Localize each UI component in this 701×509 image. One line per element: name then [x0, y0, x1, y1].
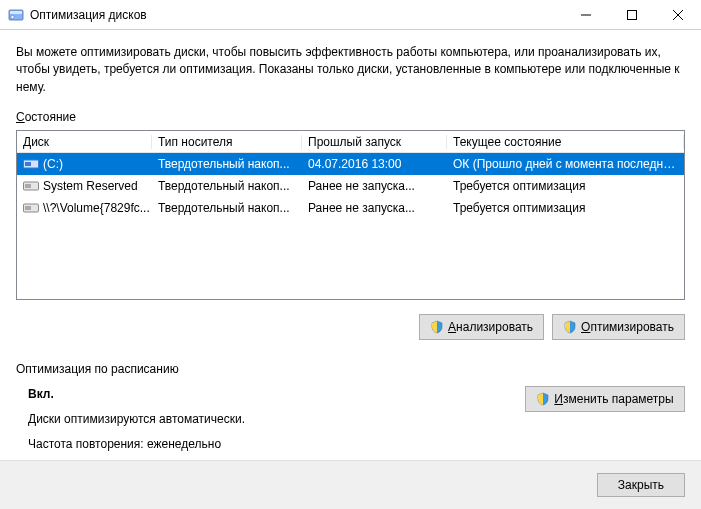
- shield-icon: [430, 320, 444, 334]
- drive-icon: [23, 158, 39, 170]
- col-disk-header[interactable]: Диск: [17, 135, 152, 149]
- drive-last-run: 04.07.2016 13:00: [302, 157, 447, 171]
- optimize-button[interactable]: Оптимизировать: [552, 314, 685, 340]
- drive-media: Твердотельный накоп...: [152, 157, 302, 171]
- col-status-header[interactable]: Текущее состояние: [447, 135, 684, 149]
- drive-name: (C:): [43, 157, 63, 171]
- drive-media: Твердотельный накоп...: [152, 201, 302, 215]
- close-window-button[interactable]: [655, 0, 701, 30]
- schedule-freq-text: Частота повторения: еженедельно: [28, 436, 525, 453]
- minimize-button[interactable]: [563, 0, 609, 30]
- drive-icon: [23, 202, 39, 214]
- state-section-label: Состояние: [16, 110, 685, 124]
- col-last-header[interactable]: Прошлый запуск: [302, 135, 447, 149]
- drive-row[interactable]: \\?\Volume{7829fc... Твердотельный накоп…: [17, 197, 684, 219]
- drive-name: \\?\Volume{7829fc...: [43, 201, 150, 215]
- change-settings-button[interactable]: Изменить параметры: [525, 386, 685, 412]
- shield-icon: [536, 392, 550, 406]
- svg-rect-4: [628, 10, 637, 19]
- drive-status: ОК (Прошло дней с момента последне...: [447, 157, 684, 171]
- schedule-info: Вкл. Диски оптимизируются автоматически.…: [16, 386, 525, 460]
- schedule-section-label: Оптимизация по расписанию: [16, 362, 685, 376]
- window-title: Оптимизация дисков: [30, 8, 563, 22]
- svg-rect-8: [25, 162, 31, 166]
- intro-text: Вы можете оптимизировать диски, чтобы по…: [16, 44, 685, 96]
- col-media-header[interactable]: Тип носителя: [152, 135, 302, 149]
- drive-row[interactable]: (C:) Твердотельный накоп... 04.07.2016 1…: [17, 153, 684, 175]
- drive-last-run: Ранее не запуска...: [302, 179, 447, 193]
- app-icon: [8, 7, 24, 23]
- drive-name: System Reserved: [43, 179, 138, 193]
- svg-rect-10: [25, 184, 31, 188]
- shield-icon: [563, 320, 577, 334]
- drive-media: Твердотельный накоп...: [152, 179, 302, 193]
- drive-row[interactable]: System Reserved Твердотельный накоп... Р…: [17, 175, 684, 197]
- drive-status: Требуется оптимизация: [447, 179, 684, 193]
- schedule-auto-text: Диски оптимизируются автоматически.: [28, 411, 525, 428]
- svg-rect-1: [10, 11, 22, 14]
- schedule-on: Вкл.: [28, 387, 54, 401]
- svg-rect-12: [25, 206, 31, 210]
- maximize-button[interactable]: [609, 0, 655, 30]
- drive-status: Требуется оптимизация: [447, 201, 684, 215]
- column-headers[interactable]: Диск Тип носителя Прошлый запуск Текущее…: [17, 131, 684, 153]
- drive-last-run: Ранее не запуска...: [302, 201, 447, 215]
- svg-point-2: [11, 15, 14, 18]
- window-titlebar: Оптимизация дисков: [0, 0, 701, 30]
- close-button[interactable]: Закрыть: [597, 473, 685, 497]
- dialog-footer: Закрыть: [0, 460, 701, 509]
- analyze-button[interactable]: Анализировать: [419, 314, 544, 340]
- drive-list[interactable]: Диск Тип носителя Прошлый запуск Текущее…: [16, 130, 685, 300]
- drive-icon: [23, 180, 39, 192]
